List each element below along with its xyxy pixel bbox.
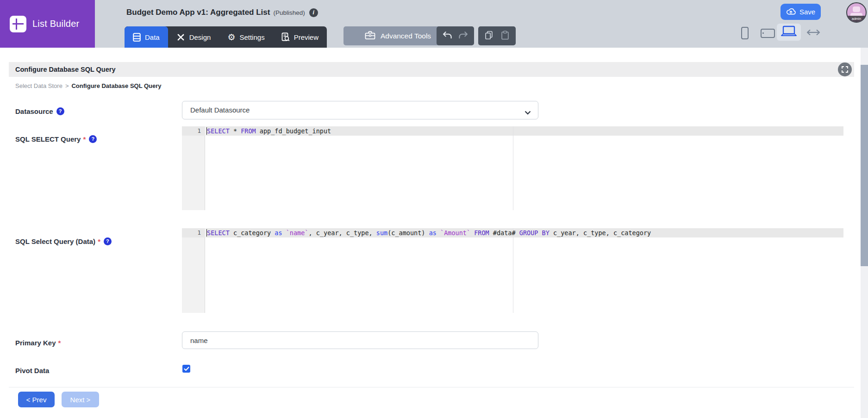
advanced-tools-label: Advanced Tools: [381, 32, 431, 40]
sql-code-line: SELECT * FROM app_fd_budget_input: [207, 126, 331, 136]
chevron-down-icon: [525, 108, 531, 117]
list-builder-window: List Builder Budget Demo App v1: Aggrega…: [0, 0, 868, 418]
line-number: 1: [182, 228, 205, 237]
tab-label: Design: [189, 33, 211, 41]
save-label: Save: [799, 8, 815, 16]
gear-icon: ⚙: [227, 33, 235, 42]
app-header: List Builder Budget Demo App v1: Aggrega…: [0, 0, 868, 48]
datasource-selected-value: Default Datasource: [190, 101, 250, 119]
tab-design[interactable]: Design: [168, 26, 219, 48]
responsive-width-toggle[interactable]: [806, 29, 821, 38]
prev-button[interactable]: < Prev: [18, 392, 55, 407]
primary-key-label: Primary Key *: [15, 338, 61, 347]
print-margin-ruler: [513, 228, 513, 313]
tab-settings[interactable]: ⚙ Settings: [219, 26, 273, 48]
copy-paste-group: [478, 26, 516, 45]
device-tablet-toggle[interactable]: [761, 29, 775, 38]
briefcase-icon: [365, 31, 375, 42]
sql-select-query-data-label: SQL Select Query (Data) * ?: [15, 237, 112, 245]
scrollbar-thumb[interactable]: [861, 65, 868, 266]
device-phone-toggle[interactable]: [741, 27, 749, 39]
redo-button[interactable]: [458, 31, 468, 42]
device-laptop-toggle[interactable]: [777, 24, 801, 41]
undo-button[interactable]: [442, 31, 453, 42]
breadcrumb-current: Configure Database SQL Query: [71, 82, 161, 89]
sql-select-query-editor[interactable]: 1 SELECT * FROM app_fd_budget_input: [182, 126, 843, 210]
tab-label: Settings: [239, 33, 264, 41]
sql-select-query-data-editor[interactable]: 1 SELECT c_category as `name`, c_year, c…: [182, 228, 843, 313]
crossed-pencils-icon: [176, 33, 185, 42]
required-marker: *: [58, 339, 61, 347]
tab-data[interactable]: Data: [125, 26, 168, 48]
paste-button[interactable]: [500, 30, 510, 42]
save-button[interactable]: Save: [781, 4, 821, 20]
breadcrumb-parent[interactable]: Select Data Store: [15, 82, 62, 89]
footer-divider: [9, 387, 854, 387]
tab-preview[interactable]: Preview: [273, 26, 327, 48]
info-icon[interactable]: i: [309, 8, 318, 17]
tab-label: Preview: [294, 33, 318, 41]
line-number-gutter: 1: [182, 228, 205, 313]
tab-label: Data: [145, 33, 160, 41]
advanced-tools-button[interactable]: Advanced Tools: [343, 26, 452, 45]
vertical-scrollbar[interactable]: [861, 48, 868, 418]
expand-icon[interactable]: [838, 62, 852, 76]
pivot-data-label: Pivot Data: [15, 366, 49, 374]
datasource-select[interactable]: Default Datasource: [182, 101, 538, 119]
page-title: Budget Demo App v1: Aggregated List: [126, 8, 270, 17]
line-number: 1: [182, 126, 205, 136]
print-margin-ruler: [513, 126, 513, 210]
required-marker: *: [83, 135, 86, 143]
document-title-row: Budget Demo App v1: Aggregated List (Pub…: [126, 6, 318, 19]
cloud-upload-icon: [786, 7, 796, 17]
line-number-gutter: 1: [182, 126, 205, 210]
section-title: Configure Database SQL Query: [15, 62, 115, 77]
datasource-label: Datasource ?: [15, 107, 64, 115]
list-icon: [133, 33, 141, 42]
copy-button[interactable]: [484, 30, 494, 42]
user-avatar[interactable]: admin: [846, 2, 867, 23]
help-icon[interactable]: ?: [89, 135, 97, 143]
required-marker: *: [98, 237, 100, 245]
breadcrumb: Select Data Store > Configure Database S…: [15, 82, 162, 89]
sql-code-line: SELECT c_category as `name`, c_year, c_t…: [207, 228, 651, 237]
builder-tabbar: Data Design ⚙ Settings Preview: [125, 26, 327, 48]
help-icon[interactable]: ?: [56, 107, 64, 115]
primary-key-input[interactable]: [182, 331, 538, 349]
help-icon[interactable]: ?: [104, 237, 112, 245]
breadcrumb-separator: >: [65, 82, 69, 89]
sql-select-query-label: SQL SELECT Query * ?: [15, 135, 97, 143]
avatar-username: admin: [847, 16, 866, 22]
publish-status-badge: (Published): [273, 9, 305, 16]
laptop-icon: [780, 25, 798, 39]
document-search-icon: [281, 32, 290, 42]
avatar-figure: [853, 6, 860, 12]
app-name: List Builder: [32, 19, 79, 29]
pivot-data-checkbox[interactable]: [182, 365, 190, 373]
undo-redo-group: [437, 26, 474, 45]
next-button[interactable]: Next >: [62, 392, 99, 407]
list-builder-grid-icon: [10, 16, 26, 32]
section-header: Configure Database SQL Query: [9, 62, 854, 77]
app-logo[interactable]: List Builder: [0, 0, 95, 48]
